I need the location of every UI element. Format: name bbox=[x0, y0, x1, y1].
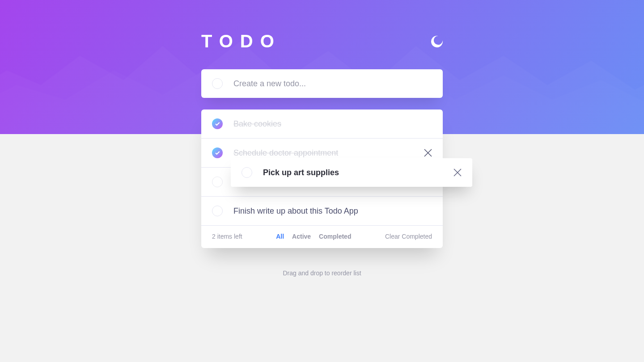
new-todo-input-row[interactable] bbox=[201, 69, 443, 98]
filter-completed[interactable]: Completed bbox=[319, 233, 351, 240]
close-icon bbox=[424, 149, 432, 157]
todo-checkbox[interactable] bbox=[212, 206, 223, 216]
todo-item-dragging[interactable]: Pick up art supplies bbox=[231, 158, 472, 187]
todo-item[interactable]: Bake cookies bbox=[201, 109, 443, 139]
filter-all[interactable]: All bbox=[276, 233, 284, 240]
drag-hint-text: Drag and drop to reorder list bbox=[201, 269, 443, 277]
filter-group: All Active Completed bbox=[242, 233, 385, 240]
page-title: TODO bbox=[201, 31, 281, 51]
check-icon bbox=[215, 122, 220, 126]
todo-checkbox[interactable] bbox=[212, 147, 223, 158]
todo-checkbox[interactable] bbox=[242, 167, 252, 178]
check-icon bbox=[215, 151, 220, 155]
new-todo-circle bbox=[212, 78, 223, 89]
todo-text: Bake cookies bbox=[233, 119, 432, 129]
todo-text: Pick up art supplies bbox=[263, 168, 443, 177]
list-footer: 2 items left All Active Completed Clear … bbox=[201, 226, 443, 248]
delete-todo-button[interactable] bbox=[424, 149, 432, 157]
close-icon bbox=[453, 168, 462, 177]
todo-text: Schedule doctor appointment bbox=[233, 148, 413, 158]
items-left-count: 2 items left bbox=[212, 233, 242, 240]
todo-item[interactable]: Finish write up about this Todo App bbox=[201, 197, 443, 226]
todo-text: Finish write up about this Todo App bbox=[233, 206, 432, 216]
moon-icon bbox=[431, 36, 443, 47]
new-todo-input[interactable] bbox=[233, 79, 432, 88]
filter-active[interactable]: Active bbox=[292, 233, 311, 240]
theme-toggle[interactable] bbox=[431, 36, 443, 47]
todo-checkbox[interactable] bbox=[212, 118, 223, 129]
todo-checkbox[interactable] bbox=[212, 177, 223, 187]
clear-completed-button[interactable]: Clear Completed bbox=[385, 233, 432, 240]
delete-todo-button[interactable] bbox=[453, 168, 462, 177]
